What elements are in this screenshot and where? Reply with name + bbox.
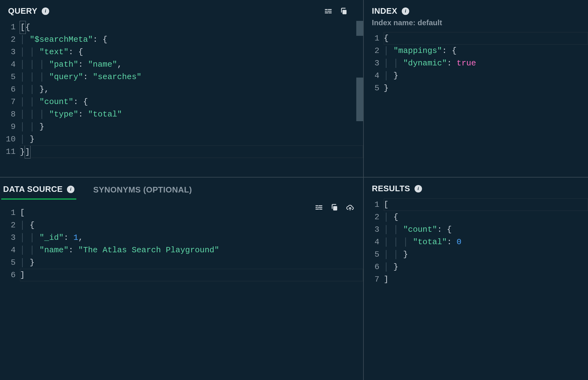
code-line[interactable]: │ } xyxy=(384,69,588,82)
format-icon[interactable] xyxy=(324,7,333,16)
line-number: 5 xyxy=(364,82,379,94)
index-title: INDEX xyxy=(372,6,397,16)
code-line[interactable]: │ │ "count": { xyxy=(384,223,588,236)
line-number: 5 xyxy=(364,248,379,261)
code-line[interactable]: } xyxy=(384,82,588,94)
line-number: 4 xyxy=(364,236,379,248)
line-number: 3 xyxy=(0,46,16,58)
results-title: RESULTS xyxy=(372,184,410,193)
line-number: 1 xyxy=(0,207,16,219)
code-line[interactable]: │ "mappings": { xyxy=(384,45,588,57)
code-line[interactable]: │ │ │ "path": "name", xyxy=(20,58,363,71)
line-number: 7 xyxy=(0,96,16,108)
line-number: 2 xyxy=(364,45,379,57)
line-number-gutter: 1234567891011 xyxy=(0,21,20,177)
tab-label: DATA SOURCE xyxy=(3,184,63,194)
line-number-gutter: 12345 xyxy=(364,32,384,177)
code-line[interactable]: { xyxy=(384,32,588,45)
code-line[interactable]: │ } xyxy=(384,261,588,273)
data-source-editor[interactable]: 123456 [│ {│ │ "_id": 1,│ │ "name": "The… xyxy=(0,200,363,380)
index-editor[interactable]: 12345 {│ "mappings": {│ │ "dynamic": tru… xyxy=(364,30,588,177)
line-number: 4 xyxy=(0,244,16,256)
code-area[interactable]: [│ {│ │ "count": {│ │ │ "total": 0│ │ }│… xyxy=(384,198,588,380)
code-line[interactable]: │ │ │ "total": 0 xyxy=(384,236,588,248)
code-line[interactable]: │ │ "name": "The Atlas Search Playground… xyxy=(20,244,363,256)
code-line[interactable]: │ { xyxy=(20,219,363,231)
code-area[interactable]: {│ "mappings": {│ │ "dynamic": true│ }} xyxy=(384,32,588,177)
code-line[interactable]: │ │ "count": { xyxy=(20,96,363,108)
format-icon[interactable] xyxy=(315,203,323,212)
code-line[interactable]: │ │ │ "type": "total" xyxy=(20,108,363,121)
code-line[interactable]: │ │ } xyxy=(384,248,588,261)
line-number: 1 xyxy=(0,21,16,33)
query-panel: QUERY i 1234567891011 [{│ "$searchMeta":… xyxy=(0,0,364,178)
code-line[interactable]: │ │ }, xyxy=(20,83,363,96)
code-line[interactable]: │ │ } xyxy=(20,121,363,133)
code-line[interactable]: │ │ "text": { xyxy=(20,46,363,58)
tab-synonyms-optional[interactable]: SYNONYMS (OPTIONAL) xyxy=(91,184,194,200)
line-number: 2 xyxy=(364,211,379,223)
code-line[interactable]: [{ xyxy=(20,21,363,33)
line-number: 1 xyxy=(364,198,379,211)
tab-label: SYNONYMS (OPTIONAL) xyxy=(93,185,192,195)
scrollbar-thumb[interactable] xyxy=(356,21,363,36)
line-number: 2 xyxy=(0,219,16,231)
line-number: 11 xyxy=(0,145,16,158)
code-line[interactable]: │ │ "_id": 1, xyxy=(20,231,363,244)
code-line[interactable]: │ │ "dynamic": true xyxy=(384,57,588,69)
line-number: 10 xyxy=(0,133,16,145)
code-area[interactable]: [{│ "$searchMeta": {│ │ "text": {│ │ │ "… xyxy=(20,21,363,177)
code-line[interactable]: [ xyxy=(384,198,588,211)
scrollbar-thumb[interactable] xyxy=(356,78,363,121)
line-number: 8 xyxy=(0,108,16,121)
index-name-value: default xyxy=(418,18,442,27)
line-number-gutter: 1234567 xyxy=(364,198,384,380)
line-number: 6 xyxy=(364,261,379,273)
code-area[interactable]: [│ {│ │ "_id": 1,│ │ "name": "The Atlas … xyxy=(20,207,363,380)
code-line[interactable]: │ │ │ "query": "searches" xyxy=(20,71,363,83)
index-panel: INDEX i Index name: default 12345 {│ "ma… xyxy=(364,0,588,178)
line-number: 3 xyxy=(364,57,379,69)
line-number: 2 xyxy=(0,33,16,46)
line-number: 5 xyxy=(0,71,16,83)
line-number: 3 xyxy=(0,231,16,244)
tab-data-source[interactable]: DATA SOURCEi xyxy=(1,184,76,200)
line-number: 5 xyxy=(0,256,16,269)
line-number: 6 xyxy=(0,269,16,281)
line-number-gutter: 123456 xyxy=(0,207,20,380)
index-subtitle: Index name: default xyxy=(364,18,588,30)
query-editor[interactable]: 1234567891011 [{│ "$searchMeta": {│ │ "t… xyxy=(0,18,363,177)
code-line[interactable]: ] xyxy=(20,269,363,281)
code-line[interactable]: ] xyxy=(384,273,588,286)
info-icon[interactable]: i xyxy=(42,7,49,15)
code-line[interactable]: [ xyxy=(20,207,363,219)
line-number: 4 xyxy=(364,69,379,82)
line-number: 3 xyxy=(364,223,379,236)
info-icon[interactable]: i xyxy=(415,185,422,192)
upload-icon[interactable] xyxy=(346,203,354,212)
code-line[interactable]: }] xyxy=(20,145,363,158)
svg-rect-6 xyxy=(343,10,347,14)
info-icon[interactable]: i xyxy=(67,186,74,193)
data-source-tabs: DATA SOURCEiSYNONYMS (OPTIONAL) xyxy=(0,178,363,200)
line-number: 6 xyxy=(0,83,16,96)
copy-icon[interactable] xyxy=(330,203,339,212)
results-editor[interactable]: 1234567 [│ {│ │ "count": {│ │ │ "total":… xyxy=(364,196,588,380)
svg-rect-13 xyxy=(333,206,337,211)
copy-icon[interactable] xyxy=(339,7,348,16)
query-title: QUERY xyxy=(8,6,37,16)
code-line[interactable]: │ "$searchMeta": { xyxy=(20,33,363,46)
info-icon[interactable]: i xyxy=(402,7,409,15)
results-panel: RESULTS i 1234567 [│ {│ │ "count": {│ │ … xyxy=(364,178,588,380)
line-number: 1 xyxy=(364,32,379,45)
line-number: 4 xyxy=(0,58,16,71)
code-line[interactable]: │ } xyxy=(20,133,363,145)
line-number: 9 xyxy=(0,121,16,133)
code-line[interactable]: │ { xyxy=(384,211,588,223)
line-number: 7 xyxy=(364,273,379,286)
code-line[interactable]: │ } xyxy=(20,256,363,269)
index-name-label: Index name: xyxy=(372,18,418,27)
data-source-panel: DATA SOURCEiSYNONYMS (OPTIONAL) 123456 [… xyxy=(0,178,364,380)
